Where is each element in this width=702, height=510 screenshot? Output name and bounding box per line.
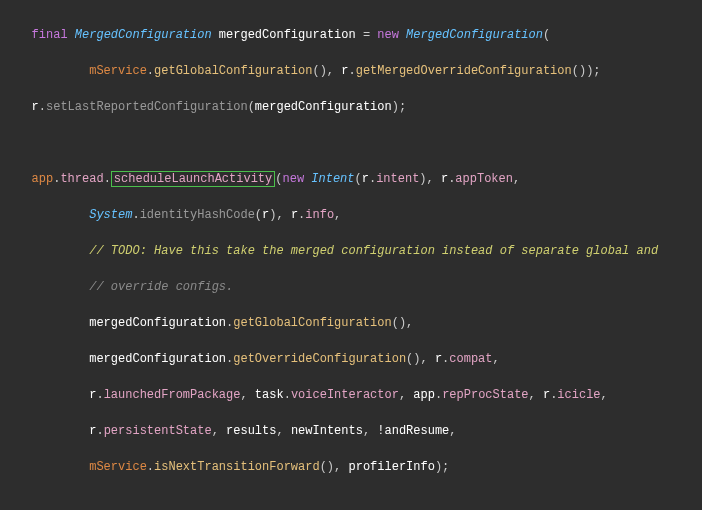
code-line: mergedConfiguration.getOverrideConfigura… (10, 350, 692, 368)
code-line: mService.isNextTransitionForward(), prof… (10, 458, 692, 476)
code-line: // override configs. (10, 278, 692, 296)
code-line: // TODO: Have this take the merged confi… (10, 242, 692, 260)
code-line: mService.getGlobalConfiguration(), r.get… (10, 62, 692, 80)
code-line-highlighted: app.thread.scheduleLaunchActivity(new In… (10, 170, 692, 188)
code-line: r.setLastReportedConfiguration(mergedCon… (10, 98, 692, 116)
code-line: r.persistentState, results, newIntents, … (10, 422, 692, 440)
code-line: System.identityHashCode(r), r.info, (10, 206, 692, 224)
boxed-method: scheduleLaunchActivity (111, 171, 275, 187)
code-line: r.launchedFromPackage, task.voiceInterac… (10, 386, 692, 404)
code-line: final MergedConfiguration mergedConfigur… (10, 26, 692, 44)
code-editor: final MergedConfiguration mergedConfigur… (0, 0, 702, 510)
code-line: mergedConfiguration.getGlobalConfigurati… (10, 314, 692, 332)
